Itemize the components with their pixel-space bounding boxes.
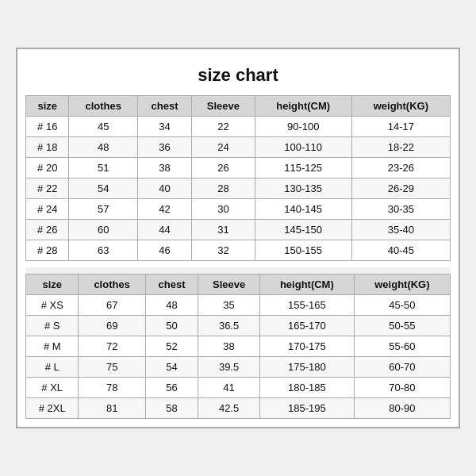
table1-header-cell: chest: [137, 96, 191, 117]
table-cell: 185-195: [259, 398, 354, 419]
table1-wrapper: sizeclotheschestSleeveheight(CM)weight(K…: [25, 95, 451, 261]
table-row: # 1645342290-10014-17: [26, 117, 451, 137]
table-cell: 14-17: [351, 117, 450, 137]
table-row: # M725238170-17555-60: [26, 336, 451, 357]
table2-header-row: sizeclotheschestSleeveheight(CM)weight(K…: [26, 274, 451, 295]
table-row: # S695036.5165-17050-55: [26, 316, 451, 336]
table-cell: 60: [69, 220, 137, 240]
table-cell: 24: [192, 137, 255, 158]
table-row: # 20513826115-12523-26: [26, 158, 451, 178]
table2-header-cell: height(CM): [259, 274, 354, 295]
chart-title: size chart: [25, 57, 451, 95]
table-cell: 34: [137, 117, 191, 137]
table-cell: # 24: [26, 199, 69, 220]
table-cell: 165-170: [259, 316, 354, 336]
table-cell: 80-90: [354, 398, 450, 419]
table-cell: 50-55: [354, 316, 450, 336]
table-cell: # 20: [26, 158, 69, 178]
table2-wrapper: sizeclotheschestSleeveheight(CM)weight(K…: [25, 274, 451, 419]
table-cell: # 2XL: [26, 398, 79, 419]
table-cell: 22: [192, 117, 255, 137]
table-cell: 42.5: [198, 398, 260, 419]
table-row: # 22544028130-13526-29: [26, 178, 451, 199]
table-cell: 40-45: [351, 240, 450, 261]
table2-header-cell: chest: [145, 274, 198, 295]
table-cell: 45: [69, 117, 137, 137]
table-cell: 51: [69, 158, 137, 178]
table-cell: 36.5: [198, 316, 260, 336]
table-cell: 180-185: [259, 378, 354, 398]
table-cell: 23-26: [351, 158, 450, 178]
table2-header-cell: clothes: [79, 274, 145, 295]
table-gap: [25, 267, 451, 274]
table-cell: 26-29: [351, 178, 450, 199]
table1-header-cell: height(CM): [255, 96, 351, 117]
table-cell: 90-100: [255, 117, 351, 137]
table-cell: 38: [137, 158, 191, 178]
table-cell: # L: [26, 357, 79, 378]
table-cell: # S: [26, 316, 79, 336]
table-row: # 28634632150-15540-45: [26, 240, 451, 261]
table-cell: 39.5: [198, 357, 260, 378]
table-cell: 81: [79, 398, 145, 419]
table-cell: 28: [192, 178, 255, 199]
table-cell: # XL: [26, 378, 79, 398]
table-cell: 140-145: [255, 199, 351, 220]
table-row: # 26604431145-15035-40: [26, 220, 451, 240]
table-cell: 130-135: [255, 178, 351, 199]
table-cell: 72: [79, 336, 145, 357]
table-row: # L755439.5175-18060-70: [26, 357, 451, 378]
table-row: # XS674835155-16545-50: [26, 295, 451, 316]
table-row: # XL785641180-18570-80: [26, 378, 451, 398]
table1-header-cell: weight(KG): [351, 96, 450, 117]
size-table-1: sizeclotheschestSleeveheight(CM)weight(K…: [25, 95, 451, 261]
table-cell: 38: [198, 336, 260, 357]
table2-header-cell: size: [26, 274, 79, 295]
table-cell: 18-22: [351, 137, 450, 158]
table-cell: 145-150: [255, 220, 351, 240]
table-cell: 26: [192, 158, 255, 178]
table-cell: 60-70: [354, 357, 450, 378]
table-cell: 55-60: [354, 336, 450, 357]
table-cell: 35: [198, 295, 260, 316]
table-cell: 46: [137, 240, 191, 261]
table-row: # 2XL815842.5185-19580-90: [26, 398, 451, 419]
table1-header-row: sizeclotheschestSleeveheight(CM)weight(K…: [26, 96, 451, 117]
table-cell: 32: [192, 240, 255, 261]
table-cell: # 22: [26, 178, 69, 199]
table-cell: 40: [137, 178, 191, 199]
table-cell: 48: [145, 295, 198, 316]
table-cell: # 28: [26, 240, 69, 261]
chart-container: size chart sizeclotheschestSleeveheight(…: [16, 48, 460, 428]
table1-header-cell: Sleeve: [192, 96, 255, 117]
size-table-2: sizeclotheschestSleeveheight(CM)weight(K…: [25, 274, 451, 419]
table-cell: # M: [26, 336, 79, 357]
table-cell: 175-180: [259, 357, 354, 378]
table-cell: 115-125: [255, 158, 351, 178]
table1-body: # 1645342290-10014-17# 18483624100-11018…: [26, 117, 451, 261]
table-cell: 57: [69, 199, 137, 220]
table-cell: 31: [192, 220, 255, 240]
table1-header-cell: clothes: [69, 96, 137, 117]
table-cell: 56: [145, 378, 198, 398]
table-cell: 54: [145, 357, 198, 378]
table-cell: # 16: [26, 117, 69, 137]
table-cell: 35-40: [351, 220, 450, 240]
table1-header-cell: size: [26, 96, 69, 117]
table-cell: 54: [69, 178, 137, 199]
table-cell: 58: [145, 398, 198, 419]
table-cell: 41: [198, 378, 260, 398]
table2-header-cell: weight(KG): [354, 274, 450, 295]
table-cell: 63: [69, 240, 137, 261]
table-cell: # 26: [26, 220, 69, 240]
table-cell: 150-155: [255, 240, 351, 261]
table-cell: 42: [137, 199, 191, 220]
table2-header-cell: Sleeve: [198, 274, 260, 295]
table2-body: # XS674835155-16545-50# S695036.5165-170…: [26, 295, 451, 419]
table-cell: 45-50: [354, 295, 450, 316]
table-cell: 69: [79, 316, 145, 336]
table-row: # 18483624100-11018-22: [26, 137, 451, 158]
table-row: # 24574230140-14530-35: [26, 199, 451, 220]
table-cell: 50: [145, 316, 198, 336]
table-cell: 155-165: [259, 295, 354, 316]
